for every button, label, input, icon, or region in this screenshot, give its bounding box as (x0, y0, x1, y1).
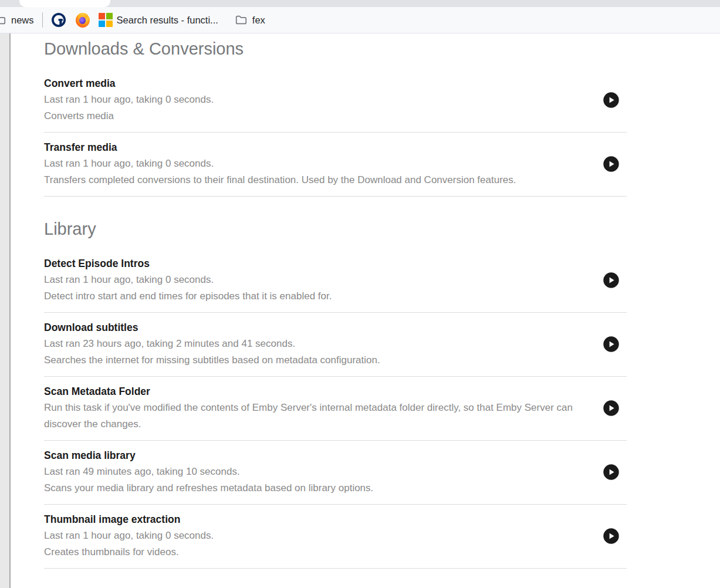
run-task-button[interactable] (603, 528, 619, 544)
task-title: Download subtitles (44, 320, 595, 336)
task-description: Transfers completed conversions to their… (44, 172, 595, 188)
task-list: Detect Episode Intros Last ran 1 hour ag… (44, 249, 627, 569)
task-last-run: Last ran 1 hour ago, taking 0 seconds. (44, 272, 595, 288)
section-title: Downloads & Conversions (44, 38, 627, 59)
task-title: Scan media library (44, 448, 595, 464)
microsoft-icon (99, 13, 113, 27)
task-row: Scan media library Last ran 49 minutes a… (44, 441, 627, 505)
task-description: Scans your media library and refreshes m… (44, 480, 595, 496)
active-tab-bottom[interactable] (19, 0, 110, 7)
task-title: Scan Metadata Folder (44, 384, 595, 400)
folder-icon (234, 13, 248, 27)
task-list: Convert media Last ran 1 hour ago, takin… (44, 69, 627, 197)
task-info[interactable]: Download subtitles Last ran 23 hours ago… (44, 320, 603, 368)
run-task-button[interactable] (603, 464, 619, 480)
task-title: Detect Episode Intros (44, 256, 595, 272)
task-last-run: Last ran 1 hour ago, taking 0 seconds. (44, 528, 595, 544)
section-title: Library (44, 218, 627, 239)
folder-icon (0, 13, 7, 27)
task-info[interactable]: Convert media Last ran 1 hour ago, takin… (44, 76, 603, 124)
task-row: Download subtitles Last ran 23 hours ago… (44, 313, 627, 377)
browser-viewport: Downloads & Conversions Convert media La… (0, 33, 720, 588)
run-task-button[interactable] (603, 336, 619, 352)
task-row: Scan Metadata Folder Run this task if yo… (44, 377, 627, 441)
task-title: Thumbnail image extraction (44, 512, 595, 528)
task-title: Transfer media (44, 140, 595, 156)
scheduled-tasks-page: Downloads & Conversions Convert media La… (11, 33, 720, 588)
bookmark-search-results[interactable]: Search results - functi... (99, 13, 218, 27)
firefox-icon (76, 13, 90, 27)
left-rail (0, 33, 11, 588)
bookmark-guardian[interactable] (52, 13, 66, 27)
bookmark-firefox[interactable] (76, 13, 90, 27)
task-description: Detect intro start and end times for epi… (44, 288, 595, 305)
bookmark-label: news (11, 15, 34, 26)
task-info[interactable]: Scan Metadata Folder Run this task if yo… (44, 384, 603, 432)
task-row: Convert media Last ran 1 hour ago, takin… (44, 69, 627, 133)
task-info[interactable]: Transfer media Last ran 1 hour ago, taki… (44, 140, 603, 188)
bookmarks-separator (42, 12, 43, 28)
task-info[interactable]: Detect Episode Intros Last ran 1 hour ag… (44, 256, 603, 304)
run-task-button[interactable] (603, 156, 619, 172)
task-info[interactable]: Thumbnail image extraction Last ran 1 ho… (44, 512, 603, 560)
task-description: Run this task if you've modified the con… (44, 400, 595, 432)
guardian-icon (52, 13, 66, 27)
task-last-run: Last ran 49 minutes ago, taking 10 secon… (44, 464, 595, 480)
task-description: Searches the internet for missing subtit… (44, 352, 595, 369)
browser-tab-strip (0, 0, 720, 7)
bookmark-folder-fex[interactable]: fex (234, 13, 265, 27)
task-last-run: Last ran 1 hour ago, taking 0 seconds. (44, 92, 595, 108)
bookmark-folder-news[interactable]: news (0, 13, 34, 27)
task-description: Converts media (44, 108, 595, 124)
task-description: Creates thumbnails for videos. (44, 544, 595, 560)
bookmark-label: fex (252, 15, 265, 26)
bookmark-label: Search results - functi... (117, 15, 218, 26)
task-last-run: Last ran 1 hour ago, taking 0 seconds. (44, 156, 595, 172)
bookmarks-bar: news Search results - functi... (0, 7, 720, 33)
task-row: Detect Episode Intros Last ran 1 hour ag… (44, 249, 627, 313)
task-info[interactable]: Scan media library Last ran 49 minutes a… (44, 448, 603, 496)
tasks-content: Downloads & Conversions Convert media La… (44, 33, 627, 569)
run-task-button[interactable] (603, 92, 619, 108)
task-row: Thumbnail image extraction Last ran 1 ho… (44, 505, 627, 569)
task-row: Transfer media Last ran 1 hour ago, taki… (44, 133, 627, 197)
run-task-button[interactable] (603, 400, 619, 416)
task-title: Convert media (44, 76, 595, 92)
run-task-button[interactable] (603, 272, 619, 288)
task-last-run: Last ran 23 hours ago, taking 2 minutes … (44, 336, 595, 352)
